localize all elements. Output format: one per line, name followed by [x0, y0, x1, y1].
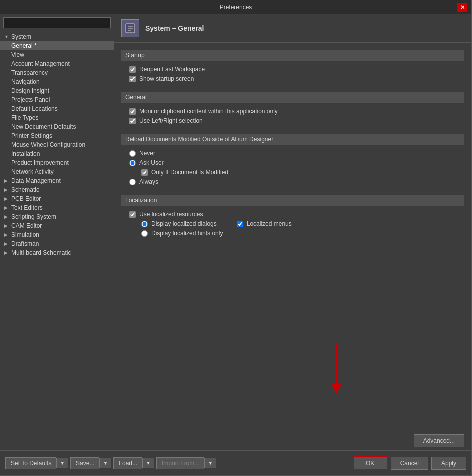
tree-label-new-doc-defaults: New Document Defaults — [12, 124, 76, 130]
only-if-modified-row: Only If Document Is Modified — [142, 169, 456, 176]
monitor-clipboard-checkbox[interactable] — [130, 108, 136, 115]
tree-item-projects-panel[interactable]: Projects Panel — [0, 96, 114, 104]
tree-item-transparency[interactable]: Transparency — [0, 68, 114, 78]
always-label[interactable]: Always — [140, 178, 158, 186]
tree-item-multi-board[interactable]: ▶ Multi-board Schematic — [0, 248, 114, 258]
expand-arrow-multi-board: ▶ — [4, 250, 12, 256]
search-input[interactable] — [4, 18, 111, 28]
import-from-arrow[interactable]: ▼ — [204, 458, 216, 468]
tree-item-cam-editor[interactable]: ▶ CAM Editor — [0, 222, 114, 230]
tree-label-installation: Installation — [12, 150, 40, 158]
reopen-workspace-row: Reopen Last Workspace — [130, 66, 456, 73]
show-startup-row: Show startup screen — [130, 76, 456, 82]
expand-arrow-pcb-editor: ▶ — [4, 196, 12, 202]
show-startup-checkbox[interactable] — [130, 76, 136, 82]
set-to-defaults-button[interactable]: Set To Defaults — [6, 458, 56, 470]
display-dialogs-radio[interactable] — [142, 221, 148, 228]
tree-item-installation[interactable]: Installation — [0, 150, 114, 158]
right-header: System – General — [114, 14, 472, 43]
only-if-modified-label[interactable]: Only If Document Is Modified — [152, 169, 228, 176]
tree-label-system: System — [12, 34, 32, 40]
localized-menus-label[interactable]: Localized menus — [247, 220, 292, 228]
expand-arrow-data-management: ▶ — [4, 178, 12, 184]
tree-label-general: General * — [12, 42, 37, 50]
tree-label-account: Account Management — [12, 60, 70, 68]
tree-item-schematic[interactable]: ▶ Schematic — [0, 186, 114, 194]
display-hints-row: Display localized hints only — [142, 230, 456, 237]
reopen-workspace-label[interactable]: Reopen Last Workspace — [140, 66, 205, 73]
advanced-button[interactable]: Advanced... — [414, 434, 464, 448]
display-dialogs-row: Display localized dialogs Localized menu… — [142, 220, 456, 228]
use-localized-row: Use localized resources — [130, 211, 456, 218]
save-arrow[interactable]: ▼ — [100, 458, 112, 468]
tree-item-data-management[interactable]: ▶ Data Management — [0, 176, 114, 186]
advanced-area: Advanced... — [114, 431, 472, 450]
tree-item-system[interactable]: ▼ System — [0, 32, 114, 42]
tree-label-mouse-wheel: Mouse Wheel Configuration — [12, 142, 86, 148]
tree-label-schematic: Schematic — [12, 186, 40, 194]
tree-label-product-improvement: Product Improvement — [12, 160, 69, 166]
general-section-header: General — [122, 92, 464, 103]
tree-item-draftsman[interactable]: ▶ Draftsman — [0, 240, 114, 248]
tree-item-view[interactable]: View — [0, 50, 114, 60]
load-arrow[interactable]: ▼ — [142, 458, 154, 468]
tree-item-general[interactable]: General * — [0, 42, 114, 50]
tree-item-new-doc-defaults[interactable]: New Document Defaults — [0, 122, 114, 132]
ok-button[interactable]: OK — [353, 456, 388, 470]
use-leftright-checkbox[interactable] — [130, 118, 136, 124]
tree-label-cam-editor: CAM Editor — [12, 222, 42, 230]
display-hints-label[interactable]: Display localized hints only — [152, 230, 223, 237]
tree-item-file-types[interactable]: File Types — [0, 114, 114, 122]
tree-label-design-insight: Design Insight — [12, 88, 50, 94]
tree-item-printer-settings[interactable]: Printer Settings — [0, 132, 114, 140]
use-localized-checkbox[interactable] — [130, 212, 136, 218]
search-wrap — [0, 14, 114, 32]
save-button[interactable]: Save... — [70, 458, 100, 470]
import-from-split: Import From... ▼ — [156, 458, 216, 470]
always-radio[interactable] — [130, 179, 136, 186]
never-label[interactable]: Never — [140, 150, 156, 157]
bottom-right-buttons: OK Cancel Apply — [353, 456, 466, 470]
monitor-clipboard-label[interactable]: Monitor clipboard content within this ap… — [140, 108, 278, 115]
tree-item-design-insight[interactable]: Design Insight — [0, 86, 114, 96]
set-to-defaults-arrow[interactable]: ▼ — [56, 458, 68, 468]
tree-item-scripting-system[interactable]: ▶ Scripting System — [0, 212, 114, 222]
import-from-button[interactable]: Import From... — [156, 458, 204, 470]
display-dialogs-label[interactable]: Display localized dialogs — [152, 220, 217, 228]
tree-item-product-improvement[interactable]: Product Improvement — [0, 158, 114, 168]
localization-section-header: Localization — [122, 195, 464, 206]
tree-item-account[interactable]: Account Management — [0, 60, 114, 68]
tree-item-navigation[interactable]: Navigation — [0, 78, 114, 86]
tree-item-text-editors[interactable]: ▶ Text Editors — [0, 204, 114, 212]
localization-section-content: Use localized resources Display localize… — [122, 209, 464, 244]
tree-label-pcb-editor: PCB Editor — [12, 196, 41, 202]
startup-section-header: Startup — [122, 50, 464, 61]
right-panel: System – General Startup Reopen Last Wor… — [114, 14, 472, 450]
load-split: Load... ▼ — [114, 458, 154, 470]
tree-item-pcb-editor[interactable]: ▶ PCB Editor — [0, 194, 114, 204]
apply-button[interactable]: Apply — [432, 457, 466, 470]
ask-user-radio[interactable] — [130, 160, 136, 166]
tree-item-network-activity[interactable]: Network Activity — [0, 168, 114, 176]
bottom-left-buttons: Set To Defaults ▼ Save... ▼ Load... ▼ Im… — [6, 458, 216, 470]
tree-item-simulation[interactable]: ▶ Simulation — [0, 230, 114, 240]
reload-section-content: Never Ask User Only If Document Is Modif… — [122, 148, 464, 192]
tree-item-default-locations[interactable]: Default Locations — [0, 104, 114, 114]
display-hints-radio[interactable] — [142, 230, 148, 237]
cancel-button[interactable]: Cancel — [391, 457, 428, 470]
only-if-modified-checkbox[interactable] — [142, 170, 148, 176]
use-leftright-label[interactable]: Use Left/Right selection — [140, 118, 203, 124]
preferences-dialog: Preferences ✕ ▼ System General * — [0, 0, 472, 476]
close-button[interactable]: ✕ — [458, 3, 468, 12]
reload-section-header: Reload Documents Modified Outside of Alt… — [122, 134, 464, 145]
ask-user-label[interactable]: Ask User — [140, 160, 164, 166]
show-startup-label[interactable]: Show startup screen — [140, 76, 194, 82]
reopen-workspace-checkbox[interactable] — [130, 66, 136, 73]
load-button[interactable]: Load... — [114, 458, 142, 470]
ask-user-sub: Only If Document Is Modified — [130, 169, 456, 176]
use-localized-label[interactable]: Use localized resources — [140, 211, 203, 218]
localized-menus-checkbox[interactable] — [237, 221, 244, 228]
never-radio[interactable] — [130, 150, 136, 157]
tree-label-transparency: Transparency — [12, 70, 48, 76]
tree-item-mouse-wheel[interactable]: Mouse Wheel Configuration — [0, 140, 114, 150]
